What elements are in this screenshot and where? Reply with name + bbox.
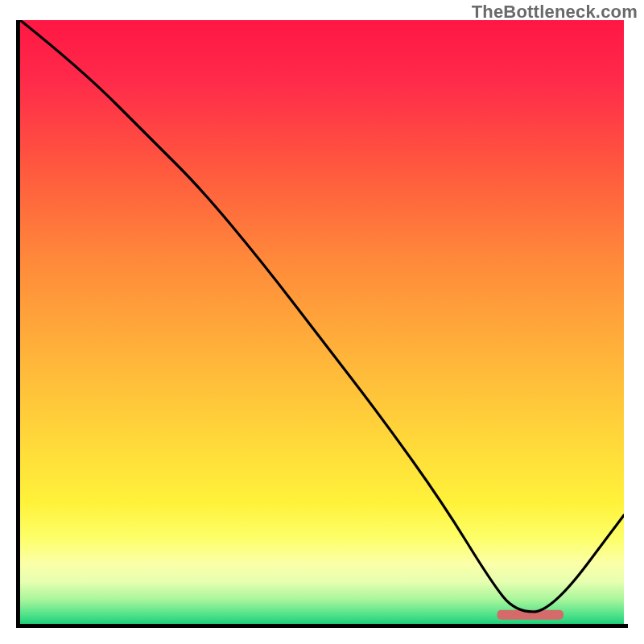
chart-container: TheBottleneck.com: [0, 0, 644, 644]
bottleneck-curve: [20, 20, 624, 612]
axis-x: [16, 624, 628, 628]
axis-y: [16, 20, 20, 628]
plot-area: [20, 20, 624, 624]
plot-overlay: [20, 20, 624, 624]
watermark-label: TheBottleneck.com: [472, 2, 638, 23]
